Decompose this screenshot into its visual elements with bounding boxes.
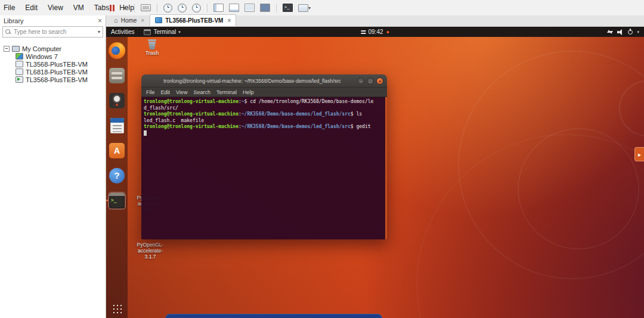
display-settings-button[interactable]: ▾ <box>297 2 312 14</box>
search-input[interactable] <box>13 27 98 36</box>
dock-item-terminal[interactable] <box>108 192 126 210</box>
volume-icon <box>617 29 624 35</box>
suspend-dropdown[interactable]: ▾ <box>120 2 129 14</box>
fullscreen-button[interactable] <box>259 2 271 14</box>
tree-item-tl3568-running[interactable]: TL3568-PlusTEB-VM <box>0 76 106 83</box>
tree-item-label: Windows 7 <box>26 53 58 60</box>
take-snapshot-button[interactable] <box>162 2 174 14</box>
toolbar-divider <box>157 4 157 13</box>
terminal-menu-edit[interactable]: Edit <box>161 89 171 95</box>
right-edge-arrow-button[interactable]: ▸ <box>634 147 644 161</box>
ubuntu-software-icon <box>109 143 125 158</box>
gnome-topbar: Activities Terminal ▾ 09:42 ▾ <box>106 27 644 37</box>
terminal-menu-search[interactable]: Search <box>193 89 210 95</box>
toolbar-divider <box>276 4 277 13</box>
tab-vm[interactable]: TL3568-PlusTEB-VM × <box>150 14 236 26</box>
terminal-line: tronlong@tronlong-virtual-machine:~/RK35… <box>144 111 383 118</box>
display-icon <box>298 4 308 12</box>
chevron-down-icon: ▾ <box>308 5 311 11</box>
terminal-scrollbar[interactable] <box>385 97 387 239</box>
label-line: PyOpenGL- <box>131 242 169 248</box>
terminal-menu-view[interactable]: View <box>176 89 187 95</box>
library-close-button[interactable]: × <box>98 17 102 25</box>
library-layout-icon <box>213 4 224 12</box>
home-icon: ⌂ <box>114 17 118 23</box>
revert-clock-icon <box>178 4 187 13</box>
send-ctrl-alt-del-button[interactable] <box>140 2 152 14</box>
search-icon <box>5 29 10 34</box>
maximize-button[interactable]: □ <box>367 77 374 85</box>
vm-display[interactable]: Activities Terminal ▾ 09:42 ▾ <box>106 27 644 318</box>
appearing-window-top-edge <box>165 314 382 318</box>
terminal-line: led_flash.c makefile <box>144 118 383 124</box>
app-menu[interactable]: Terminal ▾ <box>144 29 180 35</box>
computer-icon <box>12 46 20 52</box>
tree-item-windows7[interactable]: Windows 7 <box>0 52 106 60</box>
show-library-button[interactable] <box>212 2 225 14</box>
menu-vm[interactable]: VM <box>73 4 84 12</box>
close-tab-icon[interactable]: × <box>227 17 231 24</box>
trash-desktop-icon[interactable]: Trash <box>139 39 165 57</box>
dock-item-ubuntu-software[interactable] <box>108 142 126 160</box>
minimize-button[interactable]: − <box>357 77 364 85</box>
dock <box>106 37 128 318</box>
pause-icon <box>113 5 114 11</box>
system-tray[interactable]: ▾ <box>607 29 639 35</box>
label-line: 3.1.7 <box>131 254 169 260</box>
terminal-titlebar[interactable]: tronlong@tronlong-virtual-machine: ~/RK3… <box>141 74 387 88</box>
app-menu-label: Terminal <box>153 29 176 35</box>
console-view-button[interactable] <box>243 2 256 14</box>
terminal-line <box>144 130 383 138</box>
label-line: accelerate- <box>131 248 169 254</box>
close-button[interactable]: × <box>376 77 383 85</box>
terminal-menu-help[interactable]: Help <box>243 89 254 95</box>
search-dropdown-icon[interactable]: ▾ <box>98 29 100 35</box>
dock-item-help[interactable] <box>108 167 126 185</box>
tab-vm-label: TL3568-PlusTEB-VM <box>165 17 223 24</box>
vm-monitor-icon <box>16 61 23 67</box>
menu-file[interactable]: File <box>4 4 15 12</box>
tab-home[interactable]: ⌂ Home × <box>109 14 150 26</box>
terminal-title: tronlong@tronlong-virtual-machine: ~/RK3… <box>141 78 387 84</box>
tree-item-label: TL6818-PlusTEB-VM <box>26 68 88 76</box>
desktop-icon-label[interactable]: PyOpenGL- accelerate- 3.1.7 <box>131 242 169 260</box>
console-button[interactable] <box>281 2 294 14</box>
menu-edit[interactable]: Edit <box>25 4 38 12</box>
snapshot-clock-icon <box>163 4 172 13</box>
vm-tree: My Computer Windows 7 TL3568-PlusTEB-VM … <box>0 40 106 83</box>
clock-time: 09:42 <box>368 29 383 35</box>
tree-item-tl3568[interactable]: TL3568-PlusTEB-VM <box>0 60 106 68</box>
tree-item-tl6818[interactable]: TL6818-PlusTEB-VM <box>0 68 106 76</box>
dock-item-firefox[interactable] <box>108 42 126 60</box>
clock-menu[interactable]: 09:42 <box>361 29 389 35</box>
pause-icon <box>110 5 112 11</box>
terminal-menu-terminal[interactable]: Terminal <box>216 89 237 95</box>
manager-clock-icon <box>192 4 201 13</box>
chevron-right-icon: ▸ <box>638 151 641 158</box>
vm-monitor-icon <box>16 68 23 75</box>
library-title: Library <box>4 17 24 24</box>
dock-item-files[interactable] <box>108 67 126 85</box>
dock-item-libreoffice-writer[interactable] <box>108 117 126 135</box>
dock-item-rhythmbox[interactable] <box>108 92 126 110</box>
terminal-content[interactable]: tronlong@tronlong-virtual-machine:~$ cd … <box>141 97 387 239</box>
activities-button[interactable]: Activities <box>111 29 134 35</box>
terminal-menubar: File Edit View Search Terminal Help <box>141 88 387 97</box>
library-panel: Library × ▾ My Computer Windows 7 TL3568… <box>0 15 106 318</box>
notification-dot <box>387 31 389 33</box>
libreoffice-writer-icon <box>110 118 124 133</box>
show-applications-button[interactable] <box>112 304 122 313</box>
snapshot-manager-button[interactable] <box>191 2 202 14</box>
chevron-down-icon: ▾ <box>178 30 181 35</box>
tree-item-my-computer[interactable]: My Computer <box>0 45 106 52</box>
help-icon <box>109 168 125 183</box>
menu-view[interactable]: View <box>48 4 63 12</box>
chevron-down-icon: ▾ <box>123 5 126 11</box>
close-tab-icon[interactable]: × <box>141 17 144 24</box>
show-thumbnail-bar-button[interactable] <box>228 2 240 14</box>
suspend-button[interactable] <box>107 2 117 14</box>
thumbnail-layout-icon <box>229 4 239 12</box>
revert-snapshot-button[interactable] <box>177 2 188 14</box>
expander-icon[interactable] <box>4 46 10 52</box>
terminal-menu-file[interactable]: File <box>146 89 155 95</box>
